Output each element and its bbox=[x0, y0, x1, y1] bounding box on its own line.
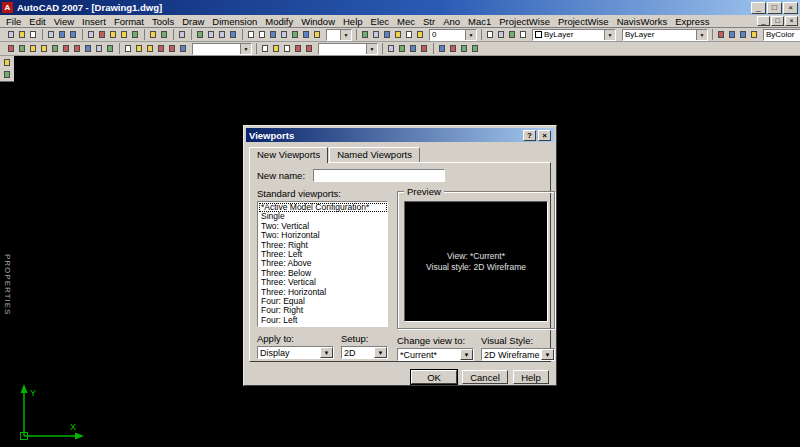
dropdown-arrow-icon[interactable]: ▼ bbox=[541, 349, 554, 360]
distance-icon[interactable] bbox=[749, 29, 759, 40]
menu-item-dimension[interactable]: Dimension bbox=[208, 16, 261, 27]
properties-palette-tab[interactable]: PROPERTIES bbox=[3, 254, 12, 315]
dropdown-arrow-icon[interactable]: ▼ bbox=[320, 347, 333, 358]
cut-icon[interactable] bbox=[86, 29, 96, 40]
tab-named-viewports[interactable]: Named Viewports bbox=[329, 147, 420, 162]
menu-item-str[interactable]: Str bbox=[419, 16, 439, 27]
ok-button[interactable]: OK bbox=[411, 370, 457, 384]
line-icon[interactable] bbox=[6, 43, 16, 54]
window-titlebar[interactable]: A AutoCAD 2007 - [Drawing1.dwg] _ □ × bbox=[0, 0, 800, 15]
plot-icon[interactable] bbox=[46, 29, 56, 40]
dimension-angular-icon[interactable] bbox=[293, 43, 303, 54]
revision-cloud-icon[interactable] bbox=[83, 43, 93, 54]
table-tool-icon[interactable] bbox=[470, 43, 480, 54]
sheet-set-manager-icon[interactable] bbox=[279, 29, 289, 40]
dimension-continue-icon[interactable] bbox=[304, 43, 314, 54]
color-combo[interactable]: ByLayer▼ bbox=[532, 29, 616, 41]
layer-match-icon[interactable] bbox=[518, 29, 528, 40]
circle-icon[interactable] bbox=[72, 43, 82, 54]
layer-properties-manager-icon[interactable] bbox=[360, 29, 370, 40]
dropdown-arrow-icon[interactable]: ▼ bbox=[240, 44, 251, 54]
dropdown-arrow-icon[interactable]: ▼ bbox=[460, 349, 473, 360]
linetype-combo[interactable]: ByLayer▼ bbox=[622, 29, 708, 41]
layer-combo[interactable]: 0▼ bbox=[429, 29, 477, 41]
zoom-previous-icon[interactable] bbox=[228, 29, 238, 40]
window-minimize-button[interactable]: _ bbox=[751, 2, 766, 14]
change-view-combo[interactable]: *Current* ▼ bbox=[397, 348, 474, 361]
menu-item-mec[interactable]: Mec bbox=[393, 16, 419, 27]
open-icon[interactable] bbox=[17, 29, 27, 40]
polar-tracking-icon[interactable] bbox=[408, 43, 418, 54]
object-snap-tracking-icon[interactable] bbox=[419, 43, 429, 54]
layer-states-icon[interactable] bbox=[371, 29, 381, 40]
dialog-close-button[interactable]: × bbox=[538, 130, 551, 141]
menu-item-modify[interactable]: Modify bbox=[261, 16, 297, 27]
menu-item-tools[interactable]: Tools bbox=[148, 16, 178, 27]
text-style-combo[interactable]: ▼ bbox=[192, 43, 252, 55]
new-icon[interactable] bbox=[6, 29, 16, 40]
ortho-mode-icon[interactable] bbox=[397, 43, 407, 54]
dialog-titlebar[interactable]: Viewports ? × bbox=[246, 128, 554, 142]
window-maximize-button[interactable]: □ bbox=[767, 2, 782, 14]
dimension-radius-icon[interactable] bbox=[282, 43, 292, 54]
layer-previous-icon[interactable] bbox=[496, 29, 506, 40]
menu-item-ano[interactable]: Ano bbox=[439, 16, 464, 27]
block-editor-icon[interactable] bbox=[130, 29, 140, 40]
standard-viewports-list[interactable]: *Active Model Configuration*SingleTwo: V… bbox=[257, 201, 388, 327]
make-object-layer-current-icon[interactable] bbox=[485, 29, 495, 40]
designcenter-icon[interactable] bbox=[257, 29, 267, 40]
mass-properties-icon[interactable] bbox=[448, 43, 458, 54]
insert-hyperlink-icon[interactable] bbox=[177, 29, 187, 40]
new-name-input[interactable] bbox=[313, 169, 445, 182]
properties-icon[interactable] bbox=[246, 29, 256, 40]
help-button[interactable]: Help bbox=[513, 370, 549, 384]
properties-palette-icon[interactable] bbox=[1, 57, 12, 68]
rectangle-icon[interactable] bbox=[50, 43, 60, 54]
construction-line-icon[interactable] bbox=[17, 43, 27, 54]
menu-item-projectwise[interactable]: ProjectWise bbox=[554, 16, 613, 27]
viewport-list-item[interactable]: Four: Left bbox=[259, 316, 387, 325]
publish-icon[interactable] bbox=[68, 29, 78, 40]
redo-icon[interactable] bbox=[159, 29, 169, 40]
dim-style-combo[interactable]: ▼ bbox=[318, 43, 378, 55]
cancel-button[interactable]: Cancel bbox=[462, 370, 508, 384]
document-close-button[interactable]: × bbox=[785, 16, 798, 26]
document-restore-button[interactable]: □ bbox=[771, 16, 784, 26]
layer-freeze-icon[interactable] bbox=[382, 29, 392, 40]
pan-icon[interactable] bbox=[195, 29, 205, 40]
setup-combo[interactable]: 2D ▼ bbox=[341, 346, 388, 359]
lineweight-settings-icon[interactable] bbox=[716, 29, 726, 40]
match-properties-icon[interactable] bbox=[119, 29, 129, 40]
window-close-button[interactable]: × bbox=[783, 2, 798, 14]
menu-item-express[interactable]: Express bbox=[671, 16, 713, 27]
menu-item-help[interactable]: Help bbox=[339, 16, 367, 27]
menu-item-format[interactable]: Format bbox=[110, 16, 148, 27]
tool-palettes-icon[interactable] bbox=[268, 29, 278, 40]
plotstyle-combo[interactable]: ByColor▼ bbox=[763, 29, 800, 41]
object-snap-icon[interactable] bbox=[386, 43, 396, 54]
dropdown-arrow-icon[interactable]: ▼ bbox=[465, 30, 476, 40]
dimension-aligned-icon[interactable] bbox=[271, 43, 281, 54]
tool-palette-window-icon[interactable] bbox=[1, 69, 12, 80]
workspace-combo[interactable]: ▼ bbox=[326, 29, 352, 41]
save-icon[interactable] bbox=[28, 29, 38, 40]
dialog-help-button[interactable]: ? bbox=[523, 130, 536, 141]
menu-item-mac1[interactable]: Mac1 bbox=[464, 16, 495, 27]
tab-new-viewports[interactable]: New Viewports bbox=[249, 147, 328, 163]
extend-icon[interactable] bbox=[178, 43, 188, 54]
menu-item-draw[interactable]: Draw bbox=[178, 16, 208, 27]
move-icon[interactable] bbox=[123, 43, 133, 54]
dropdown-arrow-icon[interactable]: ▼ bbox=[604, 30, 615, 40]
polygon-icon[interactable] bbox=[39, 43, 49, 54]
spline-icon[interactable] bbox=[94, 43, 104, 54]
arc-icon[interactable] bbox=[61, 43, 71, 54]
polyline-icon[interactable] bbox=[28, 43, 38, 54]
rotate-icon[interactable] bbox=[145, 43, 155, 54]
document-minimize-button[interactable]: _ bbox=[757, 16, 770, 26]
menu-item-projectwise[interactable]: ProjectWise bbox=[495, 16, 554, 27]
paste-icon[interactable] bbox=[108, 29, 118, 40]
plot-style-control-icon[interactable] bbox=[727, 29, 737, 40]
layer-lock-icon[interactable] bbox=[393, 29, 403, 40]
copy-icon[interactable] bbox=[97, 29, 107, 40]
visual-style-combo[interactable]: 2D Wireframe ▼ bbox=[481, 348, 555, 361]
